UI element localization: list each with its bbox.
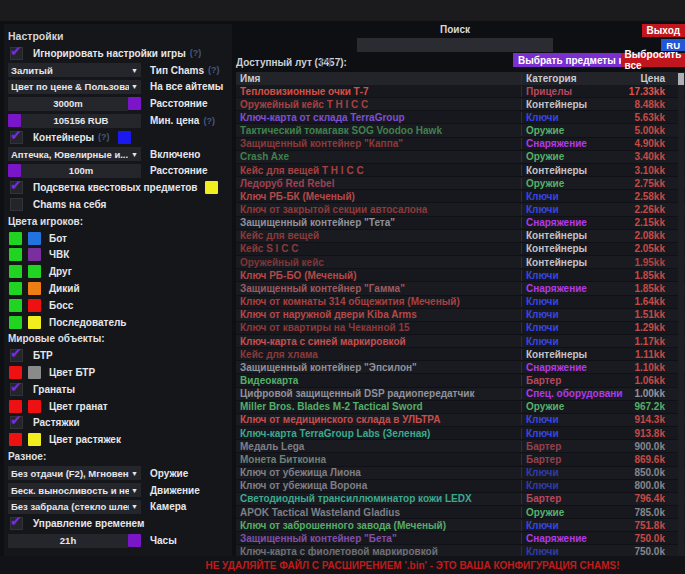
loot-row[interactable]: Miller Bros. Blades M-2 Tactical SwordОр… xyxy=(236,401,685,414)
loot-help-icon[interactable]: (?) xyxy=(320,57,332,67)
loot-row[interactable]: Ключ от убежища ВоронаКлючи800.0k xyxy=(236,480,685,493)
loot-row[interactable]: Кейс для хламаКонтейнеры1.11kk xyxy=(236,348,685,361)
column-header-name[interactable]: Имя xyxy=(236,73,521,84)
loot-row[interactable]: Защищенный контейнер "Эпсилон"Снаряжение… xyxy=(236,361,685,374)
color-chip-primary-color-scav[interactable] xyxy=(9,282,22,295)
loot-row[interactable]: Кейс S I C CКонтейнеры2.05kk xyxy=(236,243,685,256)
select-label-weapon-mode: Оружие xyxy=(150,468,188,479)
select-movement-mode[interactable]: Беск. выносливость и нет уста▼ xyxy=(8,483,141,497)
color-chip-min-price[interactable] xyxy=(8,114,21,127)
loot-row[interactable]: Ключ РБ-БК (Меченый)Ключи2.58kk xyxy=(236,190,685,203)
loot-row[interactable]: Защищенный контейнер "Гамма"Снаряжение1.… xyxy=(236,282,685,295)
color-chip-secondary-color-scav[interactable] xyxy=(28,282,41,295)
loot-item-name: Ключ от закрытой секции автосалона xyxy=(236,204,521,215)
loot-row[interactable]: Ключ-карта TerraGroup Labs (Зеленая)Ключ… xyxy=(236,427,685,440)
loot-row[interactable]: Ключ-карта от склада TerraGroupКлючи5.63… xyxy=(236,111,685,124)
checkbox-time-control[interactable]: ✔ xyxy=(10,517,23,530)
loot-row[interactable]: Оружейный кейсКонтейнеры1.95kk xyxy=(236,256,685,269)
color-chip-hours[interactable] xyxy=(128,534,141,547)
loot-row[interactable]: Кейс для вещей T H I C CКонтейнеры3.10kk xyxy=(236,164,685,177)
loot-row[interactable]: Тактический томагавк SOG Voodoo HawkОруж… xyxy=(236,124,685,137)
checkbox-quest-items-highlight[interactable]: ✔ xyxy=(10,181,23,194)
help-icon[interactable]: (?) xyxy=(98,132,110,142)
loot-row[interactable]: Ключ от комнаты 314 общежития (Меченый)К… xyxy=(236,296,685,309)
loot-row[interactable]: Ключ-карта с фиолетовой маркировкойКлючи… xyxy=(236,545,685,556)
loot-row[interactable]: Ключ от медицинского склада в УЛЬТРАКлюч… xyxy=(236,414,685,427)
loot-row[interactable]: Монета БиткоинаБартер869.6k xyxy=(236,453,685,466)
checkbox-ignore-game-settings[interactable]: ✔ xyxy=(10,47,23,60)
select-camera-mode[interactable]: Без забрала (стекло шлема)▼ xyxy=(8,500,141,514)
help-icon[interactable]: (?) xyxy=(203,116,215,126)
color-chip-container-distance[interactable] xyxy=(8,164,21,177)
loot-row[interactable]: Защищенный контейнер "Тета"Снаряжение2.1… xyxy=(236,217,685,230)
color-chip-secondary-grenade-color[interactable] xyxy=(28,400,41,413)
loot-row[interactable]: Медаль LegaБартер900.0k xyxy=(236,440,685,453)
color-chip-distance[interactable] xyxy=(128,97,141,110)
color-chip-primary-color-pmc[interactable] xyxy=(9,248,22,261)
loot-row[interactable]: Защищенный контейнер "Каппа"Снаряжение4.… xyxy=(236,138,685,151)
input-hours[interactable]: 21h xyxy=(8,534,128,548)
loot-item-price: 800.0k xyxy=(623,480,685,491)
select-chams-type[interactable]: Залитый▼ xyxy=(8,63,141,77)
color-chip-primary-color-follower[interactable] xyxy=(9,316,22,329)
checkbox-chams-self[interactable] xyxy=(10,198,23,211)
column-header-category[interactable]: Категория xyxy=(521,73,623,84)
loot-item-price: 913.8k xyxy=(623,428,685,439)
discard-all-button[interactable]: Выбросить все xyxy=(621,53,685,67)
checkbox-grenades[interactable]: ✔ xyxy=(10,383,23,396)
color-chip-secondary-color-bot[interactable] xyxy=(28,232,41,245)
loot-row[interactable]: Светодиодный трансиллюминатор кожи LEDXБ… xyxy=(236,493,685,506)
color-chip-secondary-color-friend[interactable] xyxy=(28,265,41,278)
color-chip-secondary-color-boss[interactable] xyxy=(28,299,41,312)
color-chip-primary-grenade-color[interactable] xyxy=(9,400,22,413)
loot-row[interactable]: Кейс для вещейКонтейнеры2.08kk xyxy=(236,230,685,243)
select-weapon-mode[interactable]: Без отдачи (F2), Мгновенное п▼ xyxy=(8,466,141,480)
loot-row[interactable]: Цифровой защищенный DSP радиопередатчикС… xyxy=(236,388,685,401)
loot-row[interactable]: Crash AxeОружие3.40kk xyxy=(236,151,685,164)
color-chip-quest-items-highlight[interactable] xyxy=(205,181,218,194)
input-distance[interactable]: 3000m xyxy=(8,97,128,111)
checkbox-tripwires[interactable]: ✔ xyxy=(10,416,23,429)
loot-row[interactable]: Ключ от заброшенного завода (Меченый)Клю… xyxy=(236,519,685,532)
loot-row[interactable]: ВидеокартаБартер1.06kk xyxy=(236,374,685,387)
color-chip-primary-btr-color[interactable] xyxy=(9,366,22,379)
input-min-price[interactable]: 105156 RUB xyxy=(21,114,141,128)
color-chip-secondary-btr-color[interactable] xyxy=(28,366,41,379)
input-container-distance[interactable]: 100m xyxy=(21,164,141,178)
loot-row[interactable]: APOK Tactical Wasteland GladiusОружие785… xyxy=(236,506,685,519)
loot-row[interactable]: Ключ от убежища ЛионаКлючи850.0k xyxy=(236,467,685,480)
color-chip-primary-color-bot[interactable] xyxy=(9,232,22,245)
select-label-movement-mode: Движение xyxy=(150,485,200,496)
loot-scrollbar[interactable] xyxy=(678,72,684,556)
search-input[interactable] xyxy=(357,38,553,52)
loot-row[interactable]: Тепловизионные очки Т-7Прицелы17.33kk xyxy=(236,85,685,98)
help-icon[interactable]: (?) xyxy=(190,48,202,58)
color-chip-primary-color-friend[interactable] xyxy=(9,265,22,278)
loot-row[interactable]: Ключ от наружной двери Kiba ArmsКлючи1.5… xyxy=(236,309,685,322)
column-header-price[interactable]: Цена xyxy=(623,73,685,84)
color-chip-primary-tripwire-color[interactable] xyxy=(9,433,22,446)
row-ignore-game-settings: ✔Игнорировать настройки игры(?) xyxy=(8,45,232,62)
row-container-filter: Аптечка, Ювелирные и...▼Включено xyxy=(8,146,232,163)
loot-row[interactable]: Оружейный кейс T H I C CКонтейнеры8.48kk xyxy=(236,98,685,111)
help-icon[interactable]: (?) xyxy=(208,65,220,75)
row-min-price: 105156 RUBМин. цена(?) xyxy=(8,112,232,129)
select-color-mode[interactable]: Цвет по цене & Пользователь▼ xyxy=(8,80,141,94)
loot-row[interactable]: Ключ от квартиры на Чеканной 15Ключи1.29… xyxy=(236,322,685,335)
select-container-filter[interactable]: Аптечка, Ювелирные и...▼ xyxy=(8,147,141,161)
loot-row[interactable]: Ключ РБ-БО (Меченый)Ключи1.85kk xyxy=(236,269,685,282)
color-chip-containers[interactable] xyxy=(118,131,131,144)
loot-row[interactable]: Защищенный контейнер "Бета"Снаряжение750… xyxy=(236,532,685,545)
checkbox-containers[interactable]: ✔ xyxy=(10,131,23,144)
loot-row[interactable]: Ключ от закрытой секции автосалонаКлючи2… xyxy=(236,203,685,216)
loot-row[interactable]: Ключ-карта с синей маркировкойКлючи1.17k… xyxy=(236,335,685,348)
color-chip-secondary-tripwire-color[interactable] xyxy=(28,433,41,446)
exit-button[interactable]: Выход xyxy=(642,24,685,37)
color-chip-secondary-color-follower[interactable] xyxy=(28,316,41,329)
checkbox-btr[interactable]: ✔ xyxy=(10,349,23,362)
loot-scrollbar-thumb[interactable] xyxy=(678,73,684,85)
loot-item-name: Тепловизионные очки Т-7 xyxy=(236,86,521,97)
color-chip-secondary-color-pmc[interactable] xyxy=(28,248,41,261)
loot-row[interactable]: Ледоруб Red RebelОружие2.75kk xyxy=(236,177,685,190)
color-chip-primary-color-boss[interactable] xyxy=(9,299,22,312)
